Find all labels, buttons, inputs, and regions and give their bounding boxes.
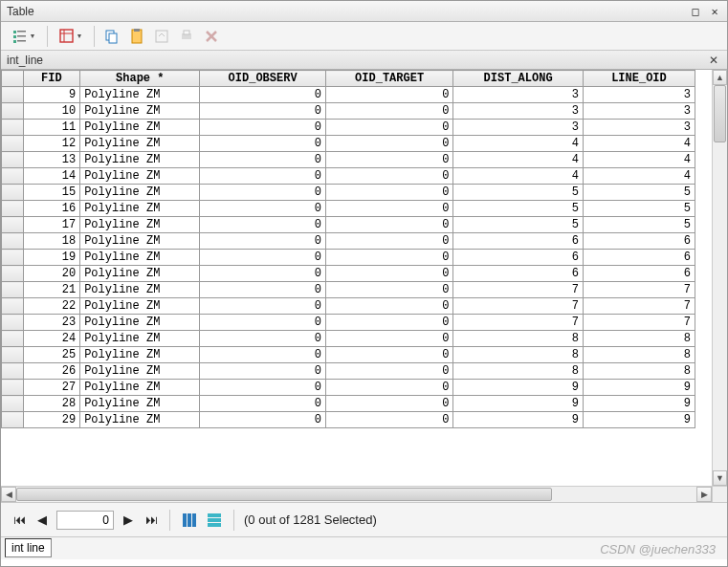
table-row[interactable]: 25Polyline ZM0088 xyxy=(2,347,695,363)
cell-tgt[interactable]: 0 xyxy=(325,298,452,315)
cell-tgt[interactable]: 0 xyxy=(325,87,452,103)
cell-shape[interactable]: Polyline ZM xyxy=(80,412,200,428)
row-selector-header[interactable] xyxy=(2,71,24,87)
cell-lineoid[interactable]: 6 xyxy=(583,266,695,282)
cell-fid[interactable]: 27 xyxy=(23,380,80,396)
cell-lineoid[interactable]: 5 xyxy=(583,217,695,233)
cell-lineoid[interactable]: 9 xyxy=(583,380,695,396)
cell-dist[interactable]: 9 xyxy=(453,412,584,428)
cell-lineoid[interactable]: 4 xyxy=(583,152,695,168)
maximize-button[interactable]: □ xyxy=(687,4,704,19)
cell-shape[interactable]: Polyline ZM xyxy=(80,87,200,103)
cell-obs[interactable]: 0 xyxy=(200,250,325,266)
cell-tgt[interactable]: 0 xyxy=(325,233,452,250)
table-row[interactable]: 26Polyline ZM0088 xyxy=(2,363,695,380)
table-row[interactable]: 16Polyline ZM0055 xyxy=(2,201,695,217)
row-selector[interactable] xyxy=(2,282,24,298)
table-row[interactable]: 9Polyline ZM0033 xyxy=(2,87,695,103)
table-row[interactable]: 22Polyline ZM0077 xyxy=(2,298,695,315)
row-selector[interactable] xyxy=(2,201,24,217)
cell-tgt[interactable]: 0 xyxy=(325,315,452,331)
row-selector[interactable] xyxy=(2,152,24,168)
cell-shape[interactable]: Polyline ZM xyxy=(80,315,200,331)
row-selector[interactable] xyxy=(2,380,24,396)
row-selector[interactable] xyxy=(2,136,24,152)
cell-obs[interactable]: 0 xyxy=(200,87,325,103)
table-row[interactable]: 15Polyline ZM0055 xyxy=(2,185,695,201)
cell-tgt[interactable]: 0 xyxy=(325,185,452,201)
cell-shape[interactable]: Polyline ZM xyxy=(80,380,200,396)
record-position-input[interactable]: 0 xyxy=(56,511,114,530)
cell-obs[interactable]: 0 xyxy=(200,152,325,168)
cell-shape[interactable]: Polyline ZM xyxy=(80,347,200,363)
cell-dist[interactable]: 5 xyxy=(453,185,584,201)
horizontal-scrollbar[interactable]: ◀ ▶ xyxy=(1,486,712,502)
cell-dist[interactable]: 4 xyxy=(453,168,584,185)
cell-obs[interactable]: 0 xyxy=(200,315,325,331)
table-row[interactable]: 10Polyline ZM0033 xyxy=(2,103,695,120)
cell-shape[interactable]: Polyline ZM xyxy=(80,282,200,298)
cell-tgt[interactable]: 0 xyxy=(325,282,452,298)
cell-tgt[interactable]: 0 xyxy=(325,120,452,136)
cell-lineoid[interactable]: 7 xyxy=(583,282,695,298)
row-selector[interactable] xyxy=(2,250,24,266)
row-selector[interactable] xyxy=(2,347,24,363)
cell-dist[interactable]: 7 xyxy=(453,298,584,315)
cell-obs[interactable]: 0 xyxy=(200,201,325,217)
table-row[interactable]: 21Polyline ZM0077 xyxy=(2,282,695,298)
cell-fid[interactable]: 14 xyxy=(23,168,80,185)
table-row[interactable]: 23Polyline ZM0077 xyxy=(2,315,695,331)
row-selector[interactable] xyxy=(2,298,24,315)
cell-fid[interactable]: 19 xyxy=(23,250,80,266)
next-record-button[interactable]: ▶ xyxy=(120,512,137,527)
row-selector[interactable] xyxy=(2,87,24,103)
cell-tgt[interactable]: 0 xyxy=(325,168,452,185)
cell-dist[interactable]: 8 xyxy=(453,347,584,363)
cell-shape[interactable]: Polyline ZM xyxy=(80,396,200,412)
cell-fid[interactable]: 11 xyxy=(23,120,80,136)
table-row[interactable]: 19Polyline ZM0066 xyxy=(2,250,695,266)
cell-dist[interactable]: 6 xyxy=(453,250,584,266)
col-fid[interactable]: FID xyxy=(23,71,80,87)
table-row[interactable]: 13Polyline ZM0044 xyxy=(2,152,695,168)
row-selector[interactable] xyxy=(2,412,24,428)
cell-lineoid[interactable]: 3 xyxy=(583,120,695,136)
table-options-button[interactable]: ▼ xyxy=(54,25,88,48)
copy-table-button[interactable] xyxy=(100,25,123,48)
cell-fid[interactable]: 12 xyxy=(23,136,80,152)
cell-fid[interactable]: 28 xyxy=(23,396,80,412)
cell-tgt[interactable]: 0 xyxy=(325,380,452,396)
row-selector[interactable] xyxy=(2,396,24,412)
cell-fid[interactable]: 18 xyxy=(23,233,80,250)
cell-shape[interactable]: Polyline ZM xyxy=(80,103,200,120)
cell-obs[interactable]: 0 xyxy=(200,266,325,282)
cell-obs[interactable]: 0 xyxy=(200,185,325,201)
cell-fid[interactable]: 25 xyxy=(23,347,80,363)
col-obs[interactable]: OID_OBSERV xyxy=(200,71,325,87)
cell-obs[interactable]: 0 xyxy=(200,168,325,185)
table-row[interactable]: 29Polyline ZM0099 xyxy=(2,412,695,428)
cell-lineoid[interactable]: 3 xyxy=(583,103,695,120)
cell-shape[interactable]: Polyline ZM xyxy=(80,298,200,315)
cell-lineoid[interactable]: 8 xyxy=(583,363,695,380)
cell-dist[interactable]: 8 xyxy=(453,331,584,347)
first-record-button[interactable]: ⏮ xyxy=(11,512,28,527)
cell-dist[interactable]: 3 xyxy=(453,103,584,120)
cell-tgt[interactable]: 0 xyxy=(325,347,452,363)
row-selector[interactable] xyxy=(2,217,24,233)
row-selector[interactable] xyxy=(2,103,24,120)
cell-dist[interactable]: 3 xyxy=(453,87,584,103)
hscroll-track[interactable] xyxy=(16,487,696,502)
cell-dist[interactable]: 4 xyxy=(453,152,584,168)
table-row[interactable]: 28Polyline ZM0099 xyxy=(2,396,695,412)
paste-table-button[interactable] xyxy=(125,25,148,48)
cell-obs[interactable]: 0 xyxy=(200,412,325,428)
cell-dist[interactable]: 9 xyxy=(453,396,584,412)
cell-obs[interactable]: 0 xyxy=(200,103,325,120)
cell-shape[interactable]: Polyline ZM xyxy=(80,120,200,136)
close-table-button[interactable]: ✕ xyxy=(706,54,721,67)
row-selector[interactable] xyxy=(2,233,24,250)
table-row[interactable]: 24Polyline ZM0088 xyxy=(2,331,695,347)
scroll-left-icon[interactable]: ◀ xyxy=(1,487,16,502)
cell-lineoid[interactable]: 6 xyxy=(583,250,695,266)
